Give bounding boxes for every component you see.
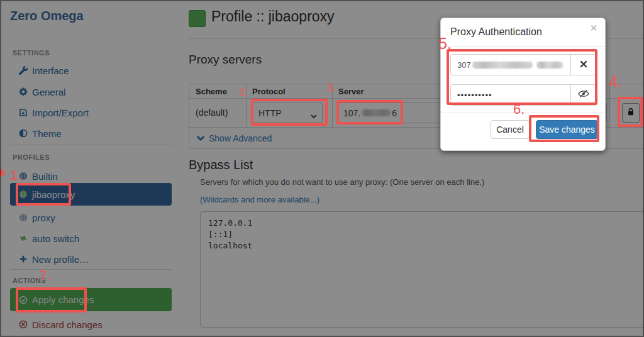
annotation-box-6	[529, 115, 599, 142]
annotation-label-3: 3.	[327, 82, 336, 94]
annotation-box-5	[447, 49, 597, 105]
annotation-label-4: 4.	[609, 73, 622, 91]
dialog-title: Proxy Authentication	[450, 26, 542, 38]
annotation-box-3	[336, 100, 403, 124]
annotation-label-7: 7.	[39, 268, 50, 284]
annotation-label-1: 1.	[10, 167, 21, 184]
annotation-box-4	[618, 97, 643, 127]
annotation-box-7	[16, 287, 87, 312]
annotation-label-2: 2.	[239, 87, 248, 99]
annotation-box-1	[16, 183, 71, 206]
close-icon[interactable]: ×	[590, 21, 597, 34]
cancel-button-label: Cancel	[496, 124, 524, 135]
annotation-label-6: 6.	[513, 101, 525, 118]
cancel-button[interactable]: Cancel	[491, 120, 530, 139]
annotation-box-2	[251, 99, 328, 126]
divider	[441, 46, 605, 47]
